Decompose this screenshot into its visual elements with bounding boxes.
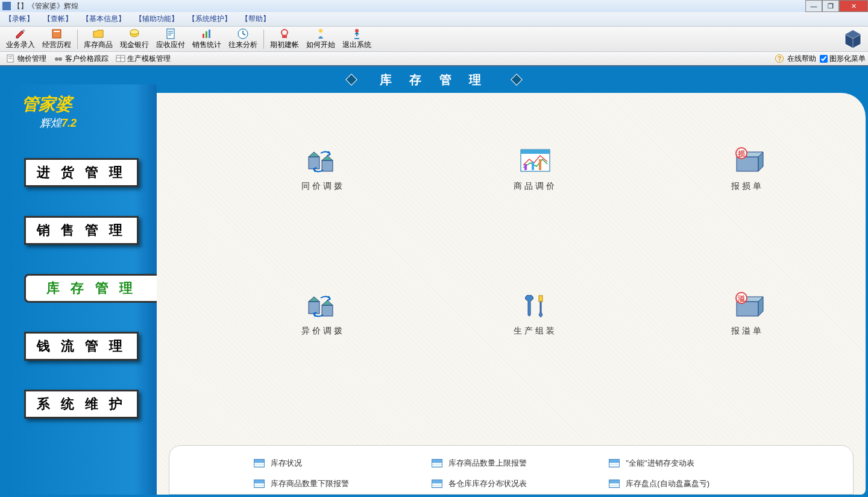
graphic-menu-checkbox-wrap[interactable]: 图形化菜单 — [820, 54, 866, 64]
grid-label: 报损单 — [731, 181, 764, 192]
separator — [263, 30, 264, 49]
tb-label: 业务录入 — [6, 40, 35, 50]
tb-cash-bank[interactable]: 现金银行 — [116, 27, 153, 51]
grid-item-production-assembly[interactable]: 生产组装 — [514, 292, 557, 382]
sidebar-item-label: 销 售 管 理 — [37, 221, 126, 239]
tb2-label: 生产模板管理 — [127, 54, 171, 64]
exit-icon — [351, 28, 363, 40]
grid-label: 报溢单 — [731, 326, 764, 337]
grid-label: 异价调拨 — [301, 326, 345, 337]
link-label: 库存状况 — [271, 458, 302, 469]
svg-rect-6 — [203, 34, 204, 38]
sidebar-item-sales[interactable]: 销 售 管 理 — [24, 216, 139, 245]
tb-label: 往来分析 — [228, 40, 257, 50]
tb-exit[interactable]: 退出系统 — [339, 27, 375, 51]
stamp-icon — [278, 28, 291, 40]
maximize-button[interactable]: ❐ — [822, 0, 839, 12]
title-bar: 【】《管家婆》辉煌 — ❐ ✕ — [0, 0, 868, 12]
sidebar-item-label: 库 存 管 理 — [46, 279, 136, 297]
tb-transaction-analysis[interactable]: 往来分析 — [225, 27, 261, 51]
tb-initial-setup[interactable]: 期初建帐 — [266, 27, 303, 51]
link-warehouse-distribution[interactable]: 各仓库库存分布状况表 — [432, 476, 591, 492]
svg-rect-2 — [54, 31, 60, 32]
svg-rect-11 — [282, 36, 287, 38]
link-label: 库存商品数量上限报警 — [448, 458, 527, 469]
table-small-icon — [116, 54, 125, 63]
link-label: 库存商品数量下限报警 — [271, 478, 349, 489]
window-controls: — ❐ ✕ — [805, 0, 868, 12]
svg-marker-35 — [309, 297, 319, 302]
main-area: 库 存 管 理 管家婆 辉煌7.2 进 货 管 理 销 售 管 理 库 存 管 … — [0, 66, 868, 497]
menu-system[interactable]: 【系统维护】 — [188, 14, 231, 24]
graphic-menu-checkbox[interactable] — [820, 55, 828, 63]
tools-icon — [518, 292, 552, 318]
toolbar2-right: ? 在线帮助 图形化菜单 — [775, 54, 866, 64]
box-loss-icon: 损 — [731, 147, 764, 174]
grid-item-diff-price-transfer[interactable]: 异价调拨 — [301, 292, 345, 382]
svg-point-10 — [281, 30, 288, 36]
sidebar-item-system[interactable]: 系 统 维 护 — [24, 390, 139, 419]
svg-marker-37 — [322, 300, 333, 305]
svg-rect-26 — [524, 164, 527, 170]
svg-rect-7 — [206, 31, 207, 38]
tb-receivable[interactable]: 应收应付 — [153, 27, 189, 51]
pencil-icon — [14, 28, 27, 40]
tb-how-to-start[interactable]: 如何开始 — [303, 27, 339, 51]
link-inventory-check[interactable]: 库存盘点(自动盘赢盘亏) — [609, 476, 769, 492]
close-button[interactable]: ✕ — [839, 0, 868, 12]
link-upper-limit-alarm[interactable]: 库存商品数量上限报警 — [432, 455, 591, 471]
tb-sales-stats[interactable]: 销售统计 — [189, 27, 225, 51]
tb2-price-mgmt[interactable]: 物价管理 — [2, 54, 50, 64]
link-all-change-table[interactable]: "全能"进销存变动表 — [609, 455, 769, 471]
svg-marker-21 — [309, 152, 319, 157]
binoculars-icon — [54, 54, 63, 63]
tb-inventory[interactable]: 库存商品 — [80, 27, 116, 51]
sidebar-item-inventory[interactable]: 库 存 管 理 — [24, 274, 157, 303]
tb-history[interactable]: 经营历程 — [39, 27, 75, 51]
menu-help[interactable]: 【帮助】 — [241, 14, 270, 24]
tb-label: 退出系统 — [342, 40, 371, 50]
sidebar-item-label: 进 货 管 理 — [37, 163, 126, 182]
help-icon: ? — [775, 54, 784, 63]
clock-icon — [237, 28, 249, 40]
box-overflow-icon: 溢 — [731, 292, 764, 318]
menu-query[interactable]: 【查帐】 — [43, 14, 72, 24]
sidebar-item-cashflow[interactable]: 钱 流 管 理 — [24, 332, 139, 361]
brand-main: 管家婆 — [22, 93, 77, 116]
tb2-production-template[interactable]: 生产模板管理 — [112, 54, 174, 64]
online-help-link[interactable]: 在线帮助 — [787, 54, 816, 64]
content-wrap: 管家婆 辉煌7.2 进 货 管 理 销 售 管 理 库 存 管 理 钱 流 管 … — [10, 84, 866, 495]
doc-small-icon — [6, 54, 16, 63]
main-toolbar: 业务录入 经营历程 库存商品 现金银行 应收应付 销售统计 往来分析 期初建帐 … — [0, 27, 868, 52]
link-inventory-status[interactable]: 库存状况 — [254, 455, 414, 471]
minimize-button[interactable]: — — [805, 0, 822, 12]
tb-label: 如何开始 — [306, 40, 335, 50]
link-label: "全能"进销存变动表 — [626, 458, 694, 469]
menu-record[interactable]: 【录帐】 — [5, 14, 34, 24]
link-label: 各仓库库存分布状况表 — [448, 478, 527, 489]
icon-grid: 同价调拨 商品调价 — [157, 93, 866, 407]
grid-item-overflow-report[interactable]: 溢 报溢单 — [731, 292, 764, 382]
window-title: 【】《管家婆》辉煌 — [13, 1, 78, 11]
svg-rect-8 — [209, 30, 210, 38]
brand-logo: 管家婆 辉煌7.2 — [22, 93, 77, 130]
svg-rect-38 — [539, 296, 542, 302]
svg-rect-27 — [532, 162, 534, 170]
grid-item-loss-report[interactable]: 损 报损单 — [731, 147, 764, 238]
tb-business-entry[interactable]: 业务录入 — [2, 27, 39, 51]
logo-cube-icon — [843, 29, 863, 49]
content-panel: 同价调拨 商品调价 — [157, 93, 866, 495]
link-lower-limit-alarm[interactable]: 库存商品数量下限报警 — [254, 476, 414, 492]
grid-item-same-price-transfer[interactable]: 同价调拨 — [301, 147, 345, 238]
svg-rect-22 — [322, 160, 333, 171]
table-icon — [254, 480, 265, 488]
graphic-menu-label: 图形化菜单 — [829, 54, 866, 64]
grid-item-price-adjust[interactable]: 商品调价 — [514, 147, 557, 238]
tb2-customer-price-track[interactable]: 客户价格跟踪 — [50, 54, 112, 64]
menu-aux[interactable]: 【辅助功能】 — [135, 14, 178, 24]
svg-rect-25 — [521, 150, 550, 154]
table-icon — [432, 459, 442, 467]
menu-basic-info[interactable]: 【基本信息】 — [82, 14, 125, 24]
svg-rect-20 — [309, 157, 319, 169]
sidebar-item-purchase[interactable]: 进 货 管 理 — [24, 158, 139, 187]
